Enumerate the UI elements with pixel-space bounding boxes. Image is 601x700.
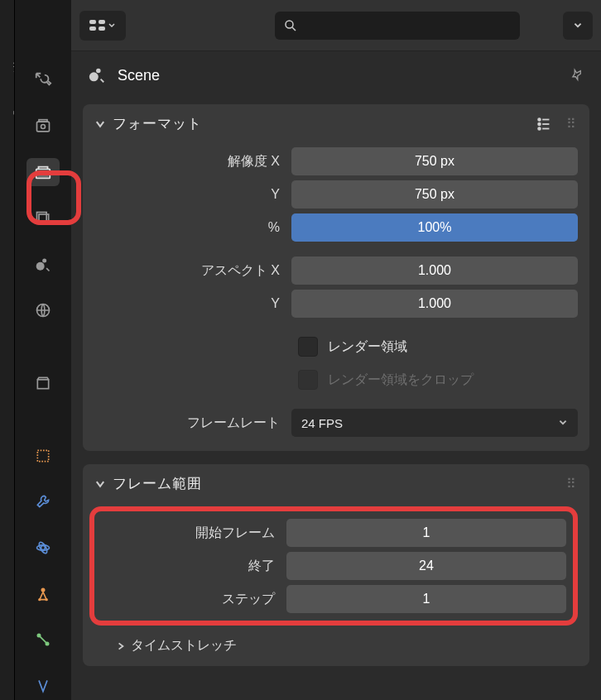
panel-format: フォーマット ⠿ 解像度 X 750 px Y 750 px % 100% xyxy=(83,104,589,451)
svg-rect-23 xyxy=(99,26,105,31)
aspect-x-field[interactable]: 1.000 xyxy=(291,257,578,285)
aspect-y-field[interactable]: 1.000 xyxy=(291,290,578,318)
frame-end-label: 終了 xyxy=(101,558,278,575)
tab-physics[interactable] xyxy=(26,534,60,562)
svg-rect-10 xyxy=(37,380,48,389)
panel-frame-range-header[interactable]: フレーム範囲 ⠿ xyxy=(83,464,589,501)
frame-start-label: 開始フレーム xyxy=(101,525,278,542)
context-breadcrumb: Scene xyxy=(71,51,601,99)
panel-format-header[interactable]: フォーマット ⠿ xyxy=(83,104,589,141)
render-region-checkbox[interactable] xyxy=(298,337,318,357)
svg-point-7 xyxy=(36,261,45,270)
svg-point-12 xyxy=(41,546,46,550)
properties-search[interactable] xyxy=(275,12,520,40)
preset-menu-button[interactable] xyxy=(535,115,553,133)
tab-world[interactable] xyxy=(26,296,60,324)
tab-material[interactable] xyxy=(26,672,60,700)
svg-rect-11 xyxy=(37,450,48,461)
annotation-highlight-frame-range: 開始フレーム 1 終了 24 ステップ 1 xyxy=(89,506,578,626)
properties-main: Scene フォーマット ⠿ 解像度 X 750 px Y xyxy=(71,0,601,700)
editor-type-selector[interactable] xyxy=(79,11,126,41)
crop-region-label: レンダー領域をクロップ xyxy=(328,372,474,389)
resolution-x-field[interactable]: 750 px xyxy=(291,147,578,175)
tab-output[interactable] xyxy=(26,158,60,186)
scene-name: Scene xyxy=(118,67,160,84)
resolution-x-label: 解像度 X xyxy=(94,153,283,170)
disclosure-down-icon xyxy=(94,118,106,130)
svg-point-28 xyxy=(538,122,541,125)
subpanel-time-stretch-header[interactable]: タイムストレッチ xyxy=(94,632,578,654)
header-options-button[interactable] xyxy=(563,12,593,40)
svg-point-26 xyxy=(96,69,101,74)
svg-point-8 xyxy=(42,258,46,262)
svg-point-25 xyxy=(89,72,99,81)
svg-rect-4 xyxy=(39,173,48,177)
svg-point-14 xyxy=(37,541,48,554)
chevron-down-icon xyxy=(573,21,583,31)
panel-drag-grip-icon[interactable]: ⠿ xyxy=(566,476,578,491)
tab-object[interactable] xyxy=(26,442,60,470)
tab-constraints[interactable] xyxy=(26,580,60,608)
svg-point-24 xyxy=(286,21,293,28)
svg-rect-22 xyxy=(89,26,96,31)
tab-collection[interactable] xyxy=(26,369,60,397)
time-stretch-label: タイムストレッチ xyxy=(131,637,237,654)
frame-start-field[interactable]: 1 xyxy=(286,519,566,547)
editor-sidebar-strip: Screencast Keys xyxy=(0,0,15,700)
sidebar-strip-label: Screencast Keys xyxy=(12,47,15,116)
svg-point-29 xyxy=(538,127,541,130)
scene-icon xyxy=(88,66,106,84)
panels-container: フォーマット ⠿ 解像度 X 750 px Y 750 px % 100% xyxy=(71,99,601,700)
tab-render[interactable] xyxy=(26,113,60,141)
frame-step-label: ステップ xyxy=(101,591,278,608)
properties-header xyxy=(71,0,601,51)
tab-modifiers[interactable] xyxy=(26,488,60,516)
panel-drag-grip-icon[interactable]: ⠿ xyxy=(566,116,578,132)
tab-data[interactable] xyxy=(26,626,60,654)
svg-rect-1 xyxy=(39,119,47,122)
render-region-label: レンダー領域 xyxy=(328,338,407,356)
panel-format-title: フォーマット xyxy=(113,114,202,133)
disclosure-right-icon xyxy=(116,641,126,651)
aspect-y-label: Y xyxy=(94,296,283,311)
svg-rect-21 xyxy=(99,20,105,24)
tab-tool[interactable] xyxy=(26,66,60,94)
panel-frame-range: フレーム範囲 ⠿ 開始フレーム 1 終了 24 ステップ 1 xyxy=(83,464,589,666)
resolution-y-field[interactable]: 750 px xyxy=(291,180,578,209)
svg-point-27 xyxy=(538,118,541,121)
panel-frame-range-title: フレーム範囲 xyxy=(113,474,202,493)
framerate-label: フレームレート xyxy=(94,415,283,432)
svg-rect-0 xyxy=(37,122,50,132)
svg-point-2 xyxy=(41,124,46,128)
pin-button[interactable] xyxy=(568,67,584,84)
frame-end-field[interactable]: 24 xyxy=(286,552,566,580)
tab-scene[interactable] xyxy=(26,251,60,279)
crop-region-checkbox xyxy=(298,370,318,390)
search-icon xyxy=(283,18,298,33)
tab-viewlayer[interactable] xyxy=(26,204,60,233)
disclosure-down-icon xyxy=(94,478,106,490)
framerate-dropdown[interactable]: 24 FPS xyxy=(291,409,578,437)
properties-tab-bar xyxy=(15,0,71,700)
chevron-down-icon xyxy=(108,22,116,30)
aspect-x-label: アスペクト X xyxy=(94,262,283,280)
frame-step-field[interactable]: 1 xyxy=(286,585,566,613)
resolution-y-label: Y xyxy=(94,187,283,202)
svg-point-17 xyxy=(46,598,48,601)
resolution-percent-field[interactable]: 100% xyxy=(291,213,578,242)
framerate-value: 24 FPS xyxy=(301,416,343,430)
svg-rect-20 xyxy=(89,20,96,24)
resolution-percent-label: % xyxy=(94,220,283,235)
chevron-down-icon xyxy=(558,418,568,428)
svg-point-16 xyxy=(38,598,41,601)
